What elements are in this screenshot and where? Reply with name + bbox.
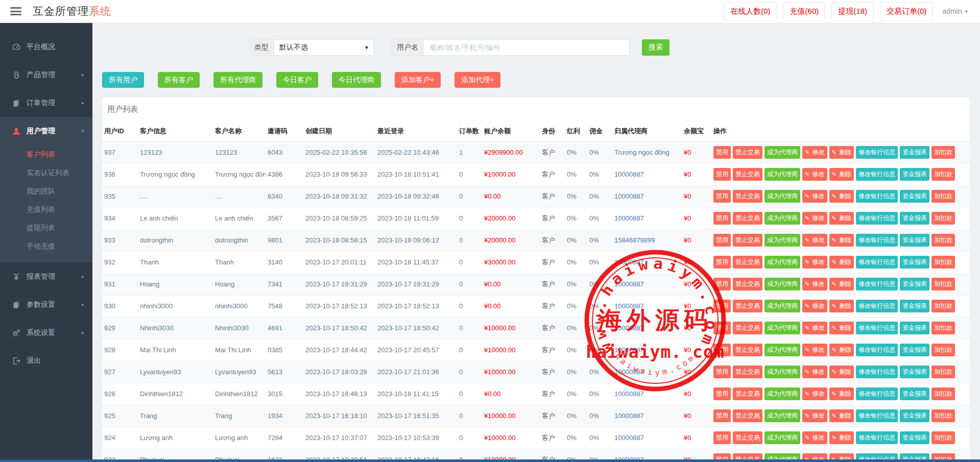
sidebar-item-users[interactable]: 用户管理▾ [0, 117, 92, 145]
adjust-balance-button[interactable]: 加扣款 [931, 344, 955, 356]
sidebar-item-system[interactable]: 系统设置▸ [0, 319, 92, 347]
edit-bank-button[interactable]: 修改银行信息 [856, 409, 898, 422]
today-customers-button[interactable]: 今日客户 [276, 72, 318, 88]
make-agent-button[interactable]: 成为代理商 [764, 387, 800, 400]
agent-link[interactable]: 10000887 [614, 280, 644, 288]
delete-button[interactable]: ✎ 删除 [829, 322, 854, 334]
make-agent-button[interactable]: 成为代理商 [764, 168, 800, 181]
disable-button[interactable]: 禁用 [713, 168, 731, 181]
adjust-balance-button[interactable]: 加扣款 [931, 190, 955, 203]
agent-link[interactable]: 10000887 [614, 192, 644, 200]
sidebar-subitem[interactable]: 我的团队 [0, 182, 92, 200]
make-agent-button[interactable]: 成为代理商 [764, 212, 800, 225]
edit-bank-button[interactable]: 修改银行信息 [856, 387, 898, 400]
sidebar-subitem[interactable]: 提现列表 [0, 218, 92, 237]
disable-button[interactable]: 禁用 [713, 212, 731, 225]
edit-button[interactable]: ✎ 修改 [802, 431, 827, 444]
sidebar-subitem[interactable]: 客户列表 [0, 145, 92, 163]
header-stat-trade-orders[interactable]: 交易订单(0) [880, 2, 933, 21]
delete-button[interactable]: ✎ 删除 [829, 234, 854, 247]
fund-report-button[interactable]: 资金报表 [900, 344, 929, 356]
edit-button[interactable]: ✎ 修改 [802, 146, 827, 159]
make-agent-button[interactable]: 成为代理商 [764, 300, 800, 312]
make-agent-button[interactable]: 成为代理商 [764, 146, 800, 159]
edit-button[interactable]: ✎ 修改 [802, 278, 827, 290]
adjust-balance-button[interactable]: 加扣款 [931, 366, 955, 378]
fund-report-button[interactable]: 资金报表 [900, 431, 929, 444]
all-customers-button[interactable]: 所有客户 [158, 72, 200, 88]
ban-trade-button[interactable]: 禁止交易 [733, 344, 762, 356]
make-agent-button[interactable]: 成为代理商 [764, 431, 800, 444]
edit-bank-button[interactable]: 修改银行信息 [856, 212, 898, 225]
delete-button[interactable]: ✎ 删除 [829, 431, 854, 444]
edit-button[interactable]: ✎ 修改 [802, 322, 827, 334]
agent-link[interactable]: 10000887 [614, 324, 644, 332]
edit-button[interactable]: ✎ 修改 [802, 256, 827, 269]
edit-button[interactable]: ✎ 修改 [802, 366, 827, 378]
edit-button[interactable]: ✎ 修改 [802, 234, 827, 247]
edit-button[interactable]: ✎ 修改 [802, 212, 827, 225]
agent-link[interactable]: 10000887 [614, 346, 644, 354]
ban-trade-button[interactable]: 禁止交易 [733, 300, 762, 312]
adjust-balance-button[interactable]: 加扣款 [931, 256, 955, 269]
username-input[interactable] [423, 39, 630, 56]
agent-link[interactable]: 10000887 [614, 390, 644, 398]
sidebar-item-products[interactable]: 产品管理▸ [0, 61, 92, 89]
make-agent-button[interactable]: 成为代理商 [764, 322, 800, 334]
menu-toggle-icon[interactable] [10, 7, 21, 15]
adjust-balance-button[interactable]: 加扣款 [931, 322, 955, 334]
edit-bank-button[interactable]: 修改银行信息 [856, 190, 898, 203]
edit-bank-button[interactable]: 修改银行信息 [856, 256, 898, 269]
edit-button[interactable]: ✎ 修改 [802, 409, 827, 422]
make-agent-button[interactable]: 成为代理商 [764, 409, 800, 422]
make-agent-button[interactable]: 成为代理商 [764, 234, 800, 247]
fund-report-button[interactable]: 资金报表 [900, 387, 929, 400]
ban-trade-button[interactable]: 禁止交易 [733, 387, 762, 400]
disable-button[interactable]: 禁用 [713, 366, 731, 378]
header-stat-withdraw[interactable]: 提现(18) [831, 2, 874, 21]
agent-link[interactable]: 10000887 [614, 302, 644, 310]
disable-button[interactable]: 禁用 [713, 256, 731, 269]
adjust-balance-button[interactable]: 加扣款 [931, 234, 955, 247]
disable-button[interactable]: 禁用 [713, 344, 731, 356]
edit-bank-button[interactable]: 修改银行信息 [856, 146, 898, 159]
type-select[interactable]: 默认不选 ▾ [274, 39, 374, 56]
adjust-balance-button[interactable]: 加扣款 [931, 431, 955, 444]
edit-bank-button[interactable]: 修改银行信息 [856, 300, 898, 312]
edit-button[interactable]: ✎ 修改 [802, 190, 827, 203]
disable-button[interactable]: 禁用 [713, 300, 731, 312]
edit-bank-button[interactable]: 修改银行信息 [856, 322, 898, 334]
adjust-balance-button[interactable]: 加扣款 [931, 146, 955, 159]
adjust-balance-button[interactable]: 加扣款 [931, 387, 955, 400]
ban-trade-button[interactable]: 禁止交易 [733, 256, 762, 269]
agent-link[interactable]: 10000887 [614, 258, 644, 266]
fund-report-button[interactable]: 资金报表 [900, 190, 929, 203]
delete-button[interactable]: ✎ 删除 [829, 409, 854, 422]
all-agents-button[interactable]: 所有代理商 [213, 72, 262, 88]
disable-button[interactable]: 禁用 [713, 431, 731, 444]
agent-link[interactable]: 10000887 [614, 434, 644, 442]
disable-button[interactable]: 禁用 [713, 190, 731, 203]
agent-link[interactable]: 10000887 [614, 368, 644, 376]
disable-button[interactable]: 禁用 [713, 322, 731, 334]
adjust-balance-button[interactable]: 加扣款 [931, 278, 955, 290]
edit-button[interactable]: ✎ 修改 [802, 387, 827, 400]
fund-report-button[interactable]: 资金报表 [900, 409, 929, 422]
adjust-balance-button[interactable]: 加扣款 [931, 300, 955, 312]
fund-report-button[interactable]: 资金报表 [900, 168, 929, 181]
add-agent-button[interactable]: 添加代理+ [455, 72, 500, 88]
fund-report-button[interactable]: 资金报表 [900, 322, 929, 334]
delete-button[interactable]: ✎ 删除 [829, 366, 854, 378]
delete-button[interactable]: ✎ 删除 [829, 190, 854, 203]
admin-menu[interactable]: admin ▾ [939, 7, 971, 15]
ban-trade-button[interactable]: 禁止交易 [733, 234, 762, 247]
search-button[interactable]: 搜索 [642, 39, 670, 56]
make-agent-button[interactable]: 成为代理商 [764, 278, 800, 290]
header-stat-recharge[interactable]: 充值(60) [783, 2, 826, 21]
agent-link[interactable]: 15846879899 [614, 236, 655, 244]
fund-report-button[interactable]: 资金报表 [900, 146, 929, 159]
edit-button[interactable]: ✎ 修改 [802, 300, 827, 312]
edit-bank-button[interactable]: 修改银行信息 [856, 366, 898, 378]
fund-report-button[interactable]: 资金报表 [900, 366, 929, 378]
edit-bank-button[interactable]: 修改银行信息 [856, 234, 898, 247]
